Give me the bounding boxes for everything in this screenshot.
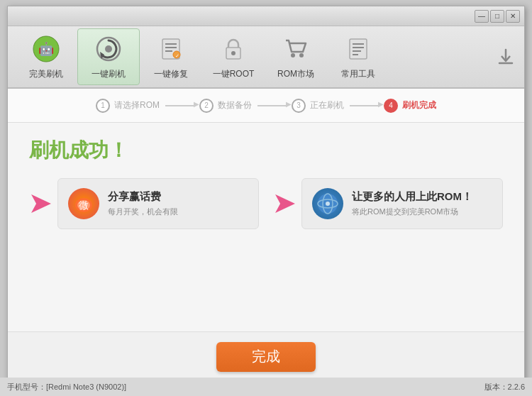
svg-point-14 [299,53,304,57]
finish-button[interactable]: 完成 [216,342,316,372]
status-right: 版本：2.2.6 [484,382,525,392]
title-bar: — □ ✕ [8,6,524,26]
svg-text:✓: ✓ [175,53,179,57]
nav-label-onekey-root: 一键ROOT [213,68,255,80]
wrench-icon: ✓ [156,34,186,64]
step-2-label: 数据备份 [218,99,252,111]
refresh-icon [94,34,123,64]
svg-point-13 [291,53,295,57]
card2-wrapper: ➤ 让更多的人用上此ROM！ 将此ROM提交到完美ROM市场 [273,178,503,229]
download-icon[interactable] [494,45,517,68]
nav-label-rom-market: ROM市场 [277,68,314,80]
nav-bar: 🤖 完美刷机 一键刷机 [8,26,524,89]
step-arrow-2 [257,105,286,106]
nav-item-onekey-root[interactable]: 一键ROOT [202,28,265,85]
card1-title: 分享赢话费 [108,190,178,204]
card1-subtitle: 每月开奖，机会有限 [108,207,178,217]
step-1-circle: 1 [96,99,110,113]
step-2-circle: 2 [199,99,214,113]
nav-item-tools[interactable]: 常用工具 [327,28,389,85]
android-icon: 🤖 [31,34,61,64]
card1-text: 分享赢话费 每月开奖，机会有限 [108,190,178,217]
nav-item-rom-market[interactable]: ROM市场 [265,28,327,85]
bottom-bar: 完成 [8,331,524,381]
svg-rect-15 [350,39,367,59]
card2-title: 让更多的人用上此ROM！ [352,190,472,204]
nav-label-onekey-repair: 一键修复 [154,68,188,80]
tools-icon [343,34,373,64]
cards-row: ➤ 微 分享赢话费 每月开奖，机会有限 [29,178,503,229]
main-window: — □ ✕ 🤖 完美刷机 [7,6,525,382]
svg-text:微: 微 [79,199,89,211]
arrow-pink-2: ➤ [273,189,294,219]
step-3: 3 正在刷机 [292,99,344,113]
success-title: 刷机成功！ [29,137,503,164]
step-arrow-1 [165,105,194,106]
card2-text: 让更多的人用上此ROM！ 将此ROM提交到完美ROM市场 [352,190,472,217]
rom-card[interactable]: 让更多的人用上此ROM！ 将此ROM提交到完美ROM市场 [301,178,503,229]
step-4-circle: 4 [384,99,398,113]
rom-icon [312,188,343,219]
svg-point-28 [326,202,330,206]
cart-icon [281,34,311,64]
weibo-icon: 微 [68,188,99,219]
status-left: 手机型号：[Redmi Note3 (N9002)] [7,382,126,392]
close-button[interactable]: ✕ [506,10,520,23]
step-4-label: 刷机完成 [402,99,436,111]
lock-icon [218,34,248,64]
svg-point-4 [105,45,112,53]
nav-label-perfect: 完美刷机 [29,68,63,80]
step-3-circle: 3 [292,99,306,113]
step-4: 4 刷机完成 [384,99,436,113]
nav-label-tools: 常用工具 [341,68,375,80]
arrow-pink-1: ➤ [29,189,50,219]
card2-subtitle: 将此ROM提交到完美ROM市场 [352,207,472,217]
nav-label-onekey-flash: 一键刷机 [92,68,126,80]
nav-item-onekey-repair[interactable]: ✓ 一键修复 [140,28,202,85]
step-1-label: 请选择ROM [114,99,160,111]
minimize-button[interactable]: — [475,10,489,23]
nav-item-onekey-flash[interactable]: 一键刷机 [77,28,140,85]
status-bar: 手机型号：[Redmi Note3 (N9002)] 版本：2.2.6 [0,378,532,396]
card1-wrapper: ➤ 微 分享赢话费 每月开奖，机会有限 [29,178,259,229]
svg-point-12 [231,51,235,55]
nav-right [494,45,517,68]
main-content: 刷机成功！ ➤ 微 分享赢话费 每月开奖，机会有限 [8,123,524,331]
maximize-button[interactable]: □ [490,10,504,23]
step-1: 1 请选择ROM [96,99,160,113]
nav-item-perfect[interactable]: 🤖 完美刷机 [15,28,77,85]
svg-text:🤖: 🤖 [38,41,55,57]
step-arrow-3 [350,105,378,106]
nav-items: 🤖 完美刷机 一键刷机 [15,28,389,85]
step-2: 2 数据备份 [199,99,252,113]
weibo-card[interactable]: 微 分享赢话费 每月开奖，机会有限 [57,178,259,229]
step-3-label: 正在刷机 [310,99,344,111]
steps-bar: 1 请选择ROM 2 数据备份 3 正在刷机 4 刷机完成 [8,89,524,123]
